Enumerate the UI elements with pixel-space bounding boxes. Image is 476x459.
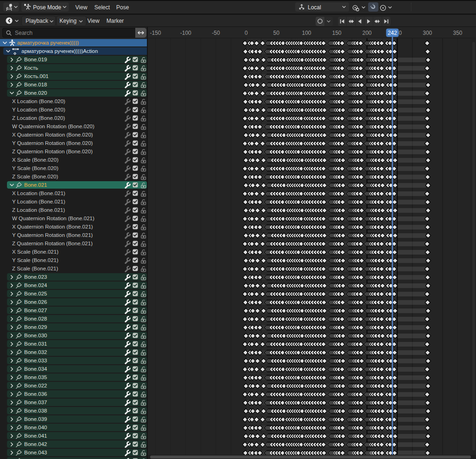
svg-text:-150: -150: [150, 30, 161, 36]
svg-text:50: 50: [273, 30, 280, 36]
svg-text:350: 350: [453, 30, 462, 36]
svg-text:0: 0: [245, 30, 248, 36]
svg-text:-50: -50: [212, 30, 220, 36]
svg-text:242: 242: [388, 30, 397, 36]
svg-text:150: 150: [332, 30, 341, 36]
svg-text:300: 300: [423, 30, 432, 36]
svg-text:200: 200: [362, 30, 371, 36]
svg-text:100: 100: [302, 30, 311, 36]
svg-text:-100: -100: [180, 30, 191, 36]
